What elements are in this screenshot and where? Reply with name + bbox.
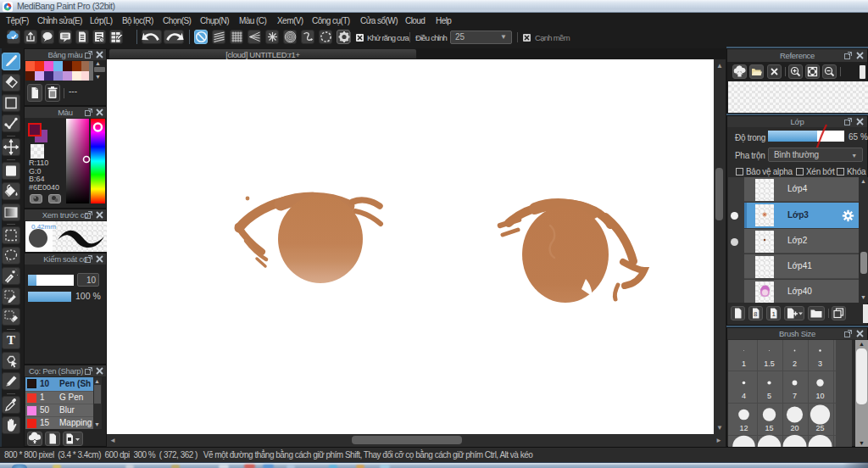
svg-text:2: 2: [793, 359, 797, 368]
svg-text:10: 10: [815, 392, 824, 400]
svg-text:3: 3: [818, 359, 822, 368]
svg-text:8: 8: [754, 310, 758, 318]
svg-text:15: 15: [765, 424, 773, 432]
svg-text:1: 1: [742, 359, 746, 368]
svg-text:4: 4: [742, 392, 746, 400]
svg-text:25: 25: [815, 424, 824, 432]
svg-text:20: 20: [790, 424, 798, 432]
svg-text:12: 12: [739, 424, 748, 432]
svg-text:5: 5: [767, 392, 771, 400]
svg-text:1: 1: [772, 310, 776, 318]
svg-text:7: 7: [793, 392, 797, 400]
svg-text:1.5: 1.5: [764, 359, 775, 368]
svg-text:0.42mm: 0.42mm: [31, 223, 56, 231]
